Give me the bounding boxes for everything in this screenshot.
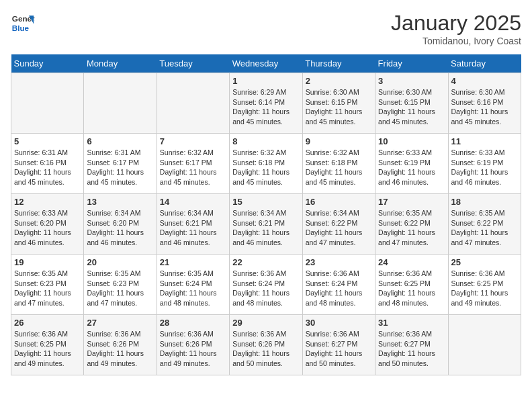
day-number: 25 [451, 257, 518, 267]
day-number: 27 [87, 318, 153, 328]
calendar-cell: 5Sunrise: 6:31 AM Sunset: 6:16 PM Daylig… [11, 134, 84, 194]
calendar-cell: 2Sunrise: 6:30 AM Sunset: 6:15 PM Daylig… [302, 73, 375, 134]
day-number: 6 [87, 136, 153, 146]
day-number: 13 [87, 197, 153, 207]
day-info: Sunrise: 6:35 AM Sunset: 6:24 PM Dayligh… [160, 269, 226, 308]
day-number: 7 [160, 136, 226, 146]
calendar-cell: 17Sunrise: 6:35 AM Sunset: 6:22 PM Dayli… [375, 194, 448, 255]
day-info: Sunrise: 6:32 AM Sunset: 6:17 PM Dayligh… [160, 148, 226, 187]
day-number: 12 [14, 197, 81, 207]
calendar-cell: 28Sunrise: 6:36 AM Sunset: 6:26 PM Dayli… [157, 315, 229, 375]
day-number: 2 [306, 76, 372, 86]
calendar-cell [448, 315, 521, 375]
location-subtitle: Tomidanou, Ivory Coast [391, 36, 521, 46]
title-block: January 2025 Tomidanou, Ivory Coast [391, 11, 521, 46]
day-info: Sunrise: 6:35 AM Sunset: 6:22 PM Dayligh… [451, 208, 518, 248]
day-info: Sunrise: 6:36 AM Sunset: 6:27 PM Dayligh… [306, 329, 372, 369]
calendar-cell: 8Sunrise: 6:32 AM Sunset: 6:18 PM Daylig… [230, 134, 302, 194]
day-number: 9 [306, 136, 372, 146]
calendar-cell: 30Sunrise: 6:36 AM Sunset: 6:27 PM Dayli… [302, 315, 375, 375]
day-number: 31 [378, 318, 445, 328]
svg-text:Blue: Blue [12, 24, 30, 32]
day-info: Sunrise: 6:34 AM Sunset: 6:20 PM Dayligh… [87, 208, 153, 248]
day-number: 8 [232, 136, 299, 146]
weekday-header-wednesday: Wednesday [230, 54, 302, 73]
calendar-cell: 25Sunrise: 6:36 AM Sunset: 6:25 PM Dayli… [448, 255, 521, 315]
day-number: 15 [232, 197, 299, 207]
week-row-1: 1Sunrise: 6:29 AM Sunset: 6:14 PM Daylig… [11, 73, 521, 134]
calendar-cell [84, 73, 157, 134]
day-info: Sunrise: 6:32 AM Sunset: 6:18 PM Dayligh… [232, 148, 299, 187]
day-info: Sunrise: 6:31 AM Sunset: 6:16 PM Dayligh… [14, 148, 81, 187]
day-info: Sunrise: 6:33 AM Sunset: 6:19 PM Dayligh… [451, 148, 518, 187]
calendar-cell: 10Sunrise: 6:33 AM Sunset: 6:19 PM Dayli… [375, 134, 448, 194]
day-info: Sunrise: 6:30 AM Sunset: 6:16 PM Dayligh… [451, 87, 518, 127]
day-info: Sunrise: 6:36 AM Sunset: 6:27 PM Dayligh… [378, 329, 445, 369]
day-info: Sunrise: 6:33 AM Sunset: 6:19 PM Dayligh… [378, 148, 445, 187]
day-number: 28 [160, 318, 226, 328]
day-info: Sunrise: 6:32 AM Sunset: 6:18 PM Dayligh… [306, 148, 372, 187]
month-title: January 2025 [391, 11, 521, 36]
day-info: Sunrise: 6:30 AM Sunset: 6:15 PM Dayligh… [306, 87, 372, 127]
calendar-cell [11, 73, 84, 134]
calendar-cell: 16Sunrise: 6:34 AM Sunset: 6:22 PM Dayli… [302, 194, 375, 255]
calendar-cell: 6Sunrise: 6:31 AM Sunset: 6:17 PM Daylig… [84, 134, 157, 194]
weekday-header-thursday: Thursday [302, 54, 375, 73]
week-row-5: 26Sunrise: 6:36 AM Sunset: 6:25 PM Dayli… [11, 315, 521, 375]
week-row-4: 19Sunrise: 6:35 AM Sunset: 6:23 PM Dayli… [11, 255, 521, 315]
day-number: 30 [306, 318, 372, 328]
day-info: Sunrise: 6:36 AM Sunset: 6:26 PM Dayligh… [87, 329, 153, 369]
day-number: 26 [14, 318, 81, 328]
calendar-cell: 24Sunrise: 6:36 AM Sunset: 6:25 PM Dayli… [375, 255, 448, 315]
day-number: 21 [160, 257, 226, 267]
calendar-cell: 31Sunrise: 6:36 AM Sunset: 6:27 PM Dayli… [375, 315, 448, 375]
day-info: Sunrise: 6:30 AM Sunset: 6:15 PM Dayligh… [378, 87, 445, 127]
calendar-cell: 13Sunrise: 6:34 AM Sunset: 6:20 PM Dayli… [84, 194, 157, 255]
weekday-header-saturday: Saturday [448, 54, 521, 73]
logo-icon: General Blue [11, 11, 35, 35]
day-info: Sunrise: 6:29 AM Sunset: 6:14 PM Dayligh… [232, 87, 299, 127]
week-row-2: 5Sunrise: 6:31 AM Sunset: 6:16 PM Daylig… [11, 134, 521, 194]
day-info: Sunrise: 6:35 AM Sunset: 6:22 PM Dayligh… [378, 208, 445, 248]
day-info: Sunrise: 6:34 AM Sunset: 6:21 PM Dayligh… [160, 208, 226, 248]
logo: General Blue [11, 11, 38, 35]
day-number: 3 [378, 76, 445, 86]
day-info: Sunrise: 6:36 AM Sunset: 6:24 PM Dayligh… [232, 269, 299, 308]
day-number: 19 [14, 257, 81, 267]
calendar-cell: 14Sunrise: 6:34 AM Sunset: 6:21 PM Dayli… [157, 194, 229, 255]
day-info: Sunrise: 6:34 AM Sunset: 6:21 PM Dayligh… [232, 208, 299, 248]
day-number: 11 [451, 136, 518, 146]
calendar-cell: 11Sunrise: 6:33 AM Sunset: 6:19 PM Dayli… [448, 134, 521, 194]
day-info: Sunrise: 6:36 AM Sunset: 6:25 PM Dayligh… [451, 269, 518, 308]
weekday-header-sunday: Sunday [11, 54, 84, 73]
day-info: Sunrise: 6:35 AM Sunset: 6:23 PM Dayligh… [87, 269, 153, 308]
day-info: Sunrise: 6:34 AM Sunset: 6:22 PM Dayligh… [306, 208, 372, 248]
calendar-cell: 4Sunrise: 6:30 AM Sunset: 6:16 PM Daylig… [448, 73, 521, 134]
calendar-cell: 7Sunrise: 6:32 AM Sunset: 6:17 PM Daylig… [157, 134, 229, 194]
week-row-3: 12Sunrise: 6:33 AM Sunset: 6:20 PM Dayli… [11, 194, 521, 255]
day-info: Sunrise: 6:33 AM Sunset: 6:20 PM Dayligh… [14, 208, 81, 248]
day-number: 20 [87, 257, 153, 267]
day-number: 10 [378, 136, 445, 146]
calendar-cell: 29Sunrise: 6:36 AM Sunset: 6:26 PM Dayli… [230, 315, 302, 375]
day-info: Sunrise: 6:36 AM Sunset: 6:25 PM Dayligh… [378, 269, 445, 308]
day-number: 29 [232, 318, 299, 328]
day-number: 23 [306, 257, 372, 267]
day-number: 14 [160, 197, 226, 207]
day-info: Sunrise: 6:31 AM Sunset: 6:17 PM Dayligh… [87, 148, 153, 187]
day-info: Sunrise: 6:36 AM Sunset: 6:24 PM Dayligh… [306, 269, 372, 308]
calendar-cell: 3Sunrise: 6:30 AM Sunset: 6:15 PM Daylig… [375, 73, 448, 134]
weekday-header-row: SundayMondayTuesdayWednesdayThursdayFrid… [11, 54, 521, 73]
calendar-cell: 27Sunrise: 6:36 AM Sunset: 6:26 PM Dayli… [84, 315, 157, 375]
day-info: Sunrise: 6:36 AM Sunset: 6:26 PM Dayligh… [160, 329, 226, 369]
page-header: General Blue January 2025 Tomidanou, Ivo… [11, 11, 521, 46]
calendar-table: SundayMondayTuesdayWednesdayThursdayFrid… [11, 54, 521, 375]
weekday-header-monday: Monday [84, 54, 157, 73]
calendar-cell: 22Sunrise: 6:36 AM Sunset: 6:24 PM Dayli… [230, 255, 302, 315]
calendar-cell: 23Sunrise: 6:36 AM Sunset: 6:24 PM Dayli… [302, 255, 375, 315]
day-number: 16 [306, 197, 372, 207]
day-number: 24 [378, 257, 445, 267]
calendar-cell: 18Sunrise: 6:35 AM Sunset: 6:22 PM Dayli… [448, 194, 521, 255]
day-info: Sunrise: 6:36 AM Sunset: 6:26 PM Dayligh… [232, 329, 299, 369]
weekday-header-tuesday: Tuesday [157, 54, 229, 73]
